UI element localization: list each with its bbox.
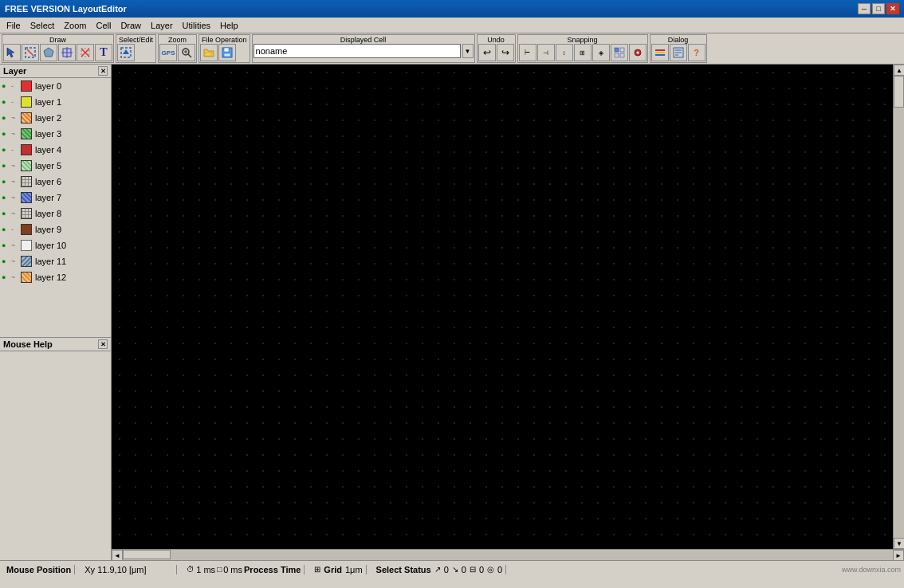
close-button[interactable]: ✕ <box>886 3 899 14</box>
layer-item-5[interactable]: ●~layer 5 <box>0 158 111 174</box>
layer-lock-8[interactable]: ~ <box>11 210 19 218</box>
snap-btn-5[interactable]: ◈ <box>592 44 610 61</box>
grid-section: ⊞ Grid 1μm <box>311 565 366 574</box>
layer-visibility-10[interactable]: ● <box>2 241 10 249</box>
zoom-fit-btn[interactable] <box>178 44 195 61</box>
snapping-label: Snapping <box>519 36 647 44</box>
snap-btn-7[interactable] <box>629 44 647 61</box>
menu-layer[interactable]: Layer <box>146 19 178 32</box>
draw-cross-btn[interactable] <box>77 44 94 61</box>
layer-visibility-5[interactable]: ● <box>2 162 10 170</box>
layer-lock-2[interactable]: ~ <box>11 114 19 122</box>
h-scroll-thumb[interactable] <box>123 550 171 559</box>
layer-item-6[interactable]: ●~layer 6 <box>0 174 111 190</box>
v-scroll-down-btn[interactable]: ▼ <box>894 538 904 549</box>
layer-item-4[interactable]: ●-layer 4 <box>0 142 111 158</box>
undo-btn[interactable]: ↩ <box>478 44 496 61</box>
snap-btn-6[interactable] <box>611 44 628 61</box>
cell-dropdown-btn[interactable]: ▼ <box>462 44 474 58</box>
layer-lock-3[interactable]: ~ <box>11 130 19 138</box>
layer-lock-10[interactable]: ~ <box>11 241 19 249</box>
layer-item-12[interactable]: ●~layer 12 <box>0 269 111 285</box>
layer-lock-9[interactable]: - <box>11 225 19 233</box>
layer-panel-close[interactable]: ✕ <box>98 66 108 76</box>
file-save-btn[interactable] <box>218 44 236 61</box>
layer-lock-11[interactable]: ~ <box>11 257 19 265</box>
v-scroll-thumb[interactable] <box>894 76 904 108</box>
snap-btn-3[interactable]: ↕ <box>556 44 573 61</box>
menu-utilities[interactable]: Utilities <box>178 19 215 32</box>
layer-lock-4[interactable]: - <box>11 146 19 154</box>
menu-file[interactable]: File <box>2 19 26 32</box>
layer-lock-0[interactable]: - <box>11 82 19 90</box>
layer-lock-1[interactable]: - <box>11 98 19 106</box>
menu-cell[interactable]: Cell <box>91 19 116 32</box>
layer-visibility-12[interactable]: ● <box>2 273 10 281</box>
layer-visibility-8[interactable]: ● <box>2 210 10 218</box>
svg-marker-0 <box>7 48 14 57</box>
layer-visibility-0[interactable]: ● <box>2 82 10 90</box>
layer-item-7[interactable]: ●~layer 7 <box>0 190 111 206</box>
draw-text-btn[interactable]: T <box>95 44 112 61</box>
snap-btn-1[interactable]: ⊢ <box>519 44 537 61</box>
layer-lock-5[interactable]: ~ <box>11 162 19 170</box>
canvas-area[interactable] <box>112 65 893 549</box>
layer-swatch-1 <box>21 96 32 108</box>
snap-btn-2[interactable]: ⊣ <box>537 44 555 61</box>
process-time-val1: 1 ms <box>196 565 215 574</box>
h-scroll-right-btn[interactable]: ► <box>893 550 904 561</box>
cell-name-input[interactable] <box>254 44 461 58</box>
layer-name-7: layer 7 <box>35 193 61 202</box>
layer-item-3[interactable]: ●~layer 3 <box>0 126 111 142</box>
layer-visibility-7[interactable]: ● <box>2 194 10 202</box>
h-scrollbar[interactable]: ◄ ► <box>112 549 904 560</box>
draw-polygon-btn[interactable] <box>40 44 57 61</box>
layer-item-0[interactable]: ●-layer 0 <box>0 78 111 94</box>
layer-item-2[interactable]: ●~layer 2 <box>0 110 111 126</box>
snapping-buttons: ⊢ ⊣ ↕ ⊞ ◈ <box>519 44 647 61</box>
layer-visibility-6[interactable]: ● <box>2 178 10 186</box>
layer-name-9: layer 9 <box>35 225 61 234</box>
select-val2: 0 <box>462 565 466 574</box>
h-scroll-left-btn[interactable]: ◄ <box>112 550 123 561</box>
dialog-btn-1[interactable] <box>651 44 669 61</box>
layer-visibility-3[interactable]: ● <box>2 130 10 138</box>
layer-item-1[interactable]: ●-layer 1 <box>0 94 111 110</box>
layer-visibility-11[interactable]: ● <box>2 257 10 265</box>
layer-visibility-2[interactable]: ● <box>2 114 10 122</box>
redo-btn[interactable]: ↪ <box>497 44 514 61</box>
layer-visibility-4[interactable]: ● <box>2 146 10 154</box>
v-scrollbar[interactable]: ▲ ▼ <box>893 65 904 549</box>
layer-item-10[interactable]: ●~layer 10 <box>0 237 111 253</box>
maximize-button[interactable]: □ <box>872 3 885 14</box>
layer-lock-12[interactable]: ~ <box>11 273 19 281</box>
layer-lock-7[interactable]: ~ <box>11 194 19 202</box>
draw-select-btn[interactable] <box>3 44 21 61</box>
minimize-button[interactable]: ─ <box>858 3 871 14</box>
menu-select[interactable]: Select <box>26 19 60 32</box>
draw-label: Draw <box>3 36 112 44</box>
file-open-btn[interactable] <box>200 44 218 61</box>
layer-item-8[interactable]: ●~layer 8 <box>0 206 111 221</box>
select-region-btn[interactable] <box>117 44 135 61</box>
menu-help[interactable]: Help <box>215 19 243 32</box>
dialog-btn-2[interactable] <box>670 44 687 61</box>
layer-visibility-1[interactable]: ● <box>2 98 10 106</box>
snap-btn-4[interactable]: ⊞ <box>574 44 592 61</box>
menu-draw[interactable]: Draw <box>116 19 146 32</box>
snapping-toolbar-group: Snapping ⊢ ⊣ ↕ ⊞ ◈ <box>517 34 648 63</box>
select-edit-label: Select/Edit <box>117 36 155 44</box>
dialog-label: Dialog <box>651 36 706 44</box>
zoom-gps-btn[interactable]: GPS <box>159 44 177 61</box>
layer-item-11[interactable]: ●~layer 11 <box>0 253 111 269</box>
draw-move-btn[interactable] <box>58 44 76 61</box>
layer-lock-6[interactable]: ~ <box>11 178 19 186</box>
mouse-help-close[interactable]: ✕ <box>98 339 108 349</box>
layer-item-9[interactable]: ●-layer 9 <box>0 221 111 237</box>
menu-zoom[interactable]: Zoom <box>59 19 91 32</box>
draw-deselect-btn[interactable] <box>22 44 39 61</box>
v-scroll-up-btn[interactable]: ▲ <box>894 65 904 76</box>
snap-point-icon <box>631 46 644 59</box>
layer-visibility-9[interactable]: ● <box>2 225 10 233</box>
dialog-btn-3[interactable]: ? <box>688 44 706 61</box>
